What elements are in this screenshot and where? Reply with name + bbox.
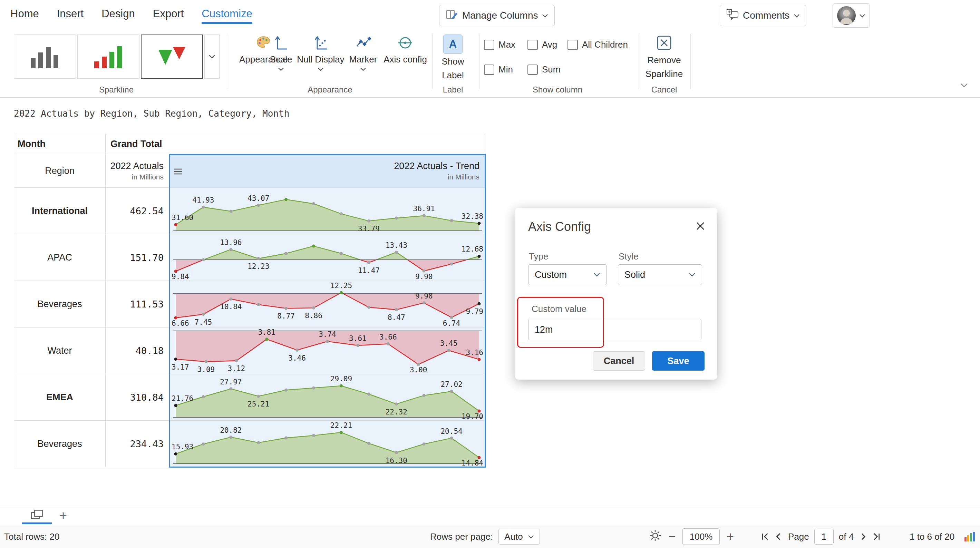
menu-insert[interactable]: Insert (57, 8, 84, 24)
style-select-value: Solid (624, 270, 645, 280)
sheet-tab-active[interactable] (22, 507, 52, 524)
divider (432, 34, 433, 89)
row-header-region: Region (14, 154, 106, 188)
type-select[interactable]: Custom (528, 264, 607, 285)
svg-text:6.74: 6.74 (443, 319, 460, 327)
custom-value-input[interactable] (528, 319, 702, 340)
svg-text:16.30: 16.30 (386, 457, 407, 465)
user-account-button[interactable] (833, 3, 870, 28)
svg-text:43.07: 43.07 (248, 194, 269, 203)
sparkline-cell-beverages-apac[interactable]: 6.667.4510.848.778.8612.258.479.986.749.… (170, 281, 485, 327)
first-page-button[interactable] (761, 532, 770, 541)
sparkline-cell-emea[interactable]: 21.7627.9725.2129.0922.3227.0219.70 (170, 374, 485, 421)
column-header-grand-total: Grand Total (106, 134, 485, 154)
chevron-down-icon[interactable] (360, 67, 366, 71)
divider (479, 34, 479, 89)
group-label-sparkline: Sparkline (14, 85, 219, 95)
axis-config-button[interactable]: Axis config (380, 35, 431, 65)
svg-text:15.93: 15.93 (172, 443, 193, 451)
save-button[interactable]: Save (652, 351, 705, 371)
checkbox-min[interactable]: Min (484, 64, 513, 75)
type-select-value: Custom (535, 270, 567, 280)
chevron-down-icon[interactable] (318, 67, 324, 71)
svg-text:10.84: 10.84 (220, 303, 242, 311)
trend-column-subtitle: in Millions (394, 173, 479, 181)
zoom-in-button[interactable]: + (727, 529, 734, 544)
svg-text:7.45: 7.45 (195, 318, 212, 326)
sparkline-type-bar[interactable] (14, 35, 76, 79)
page-number-input[interactable] (814, 529, 834, 545)
null-display-icon (313, 35, 329, 52)
column-drag-handle-icon[interactable] (173, 168, 183, 176)
colored-column-sparkline-icon (89, 42, 127, 71)
svg-text:36.91: 36.91 (413, 205, 435, 213)
checkbox-all-children[interactable]: All Children (568, 39, 628, 50)
column-header-trend[interactable]: 2022 Actuals - Trend in Millions (170, 154, 485, 188)
chevron-down-icon (689, 273, 695, 277)
zoom-out-button[interactable]: − (668, 529, 676, 544)
comments-button[interactable]: Comments (720, 5, 807, 26)
sparkline-beverages-apac: 6.667.4510.848.778.8612.258.479.986.749.… (170, 281, 485, 327)
null-display-button[interactable]: Null Display (296, 35, 345, 71)
dialog-close-button[interactable] (695, 221, 706, 233)
sparkline-type-column-colored[interactable] (77, 35, 140, 79)
chevron-down-icon[interactable] (278, 67, 284, 71)
value-emea: 310.84 (106, 374, 170, 421)
cancel-button[interactable]: Cancel (593, 351, 645, 371)
axis-config-label: Axis config (383, 54, 427, 65)
sparkline-cell-beverages-emea[interactable]: 15.9320.8222.2116.3020.5414.84 (170, 421, 485, 467)
settings-gear-icon[interactable] (649, 529, 662, 544)
sparkline-type-trend-selected[interactable] (141, 35, 203, 79)
sparkline-cell-international[interactable]: 31.6041.9343.0733.7936.9132.38 (170, 188, 485, 234)
custom-value-label: Custom value (531, 304, 587, 315)
ribbon-collapse-button[interactable] (959, 83, 969, 89)
menu-export[interactable]: Export (153, 8, 184, 24)
manage-columns-button[interactable]: Manage Columns (439, 5, 555, 26)
chevron-down-icon (959, 83, 969, 87)
previous-page-button[interactable] (775, 532, 783, 541)
svg-text:29.09: 29.09 (330, 375, 352, 383)
checkbox-sum[interactable]: Sum (527, 64, 560, 75)
value-beverages-apac: 111.53 (106, 281, 170, 327)
scale-label: Scale (270, 54, 292, 65)
value-beverages-emea: 234.43 (106, 421, 170, 467)
svg-text:25.21: 25.21 (248, 400, 269, 408)
next-page-button[interactable] (859, 532, 867, 541)
svg-text:27.02: 27.02 (441, 380, 462, 389)
checkbox-max[interactable]: Max (484, 39, 515, 50)
svg-text:9.84: 9.84 (172, 273, 189, 281)
marker-button[interactable]: Marker (347, 35, 380, 71)
last-page-button[interactable] (872, 532, 881, 541)
sparkline-emea: 21.7627.9725.2129.0922.3227.0219.70 (170, 374, 485, 421)
checkbox-all-children-label: All Children (582, 39, 628, 50)
value-water: 40.18 (106, 327, 170, 374)
svg-text:3.46: 3.46 (288, 354, 306, 362)
show-label-toggle[interactable]: A Show Label (436, 35, 470, 81)
value-column-title: 2022 Actuals (110, 161, 164, 172)
rows-per-page-value: Auto (504, 531, 523, 542)
page-label: Page (788, 531, 809, 542)
sparkline-cell-water[interactable]: 3.173.093.123.813.463.743.613.663.003.45… (170, 327, 485, 374)
add-sheet-button[interactable]: + (59, 508, 67, 524)
gallery-expand-button[interactable] (204, 35, 220, 79)
analytics-logo-icon (964, 525, 975, 548)
menu-customize[interactable]: Customize (202, 8, 252, 24)
checkbox-avg[interactable]: Avg (527, 39, 557, 50)
sparkline-cell-apac[interactable]: 9.8413.9612.2311.4713.439.9012.68 (170, 234, 485, 281)
scale-button[interactable]: Scale (266, 35, 296, 71)
remove-sparkline-button[interactable]: Remove Sparkline (641, 35, 687, 80)
style-select[interactable]: Solid (618, 264, 702, 285)
group-label-appearance: Appearance (228, 85, 432, 95)
scale-axis-icon (273, 35, 289, 52)
remove-sparkline-text-2: Sparkline (646, 68, 683, 80)
svg-text:12.68: 12.68 (461, 245, 483, 253)
rows-per-page-select[interactable]: Auto (498, 529, 540, 545)
column-header-2022-actuals: 2022 Actuals in Millions (106, 154, 170, 188)
svg-text:3.09: 3.09 (197, 365, 215, 374)
checkbox-box (527, 65, 538, 75)
svg-text:14.84: 14.84 (461, 459, 483, 467)
sparkline-type-gallery (14, 35, 220, 79)
menu-home[interactable]: Home (10, 8, 39, 24)
menu-design[interactable]: Design (102, 8, 135, 24)
svg-text:8.47: 8.47 (388, 313, 405, 322)
